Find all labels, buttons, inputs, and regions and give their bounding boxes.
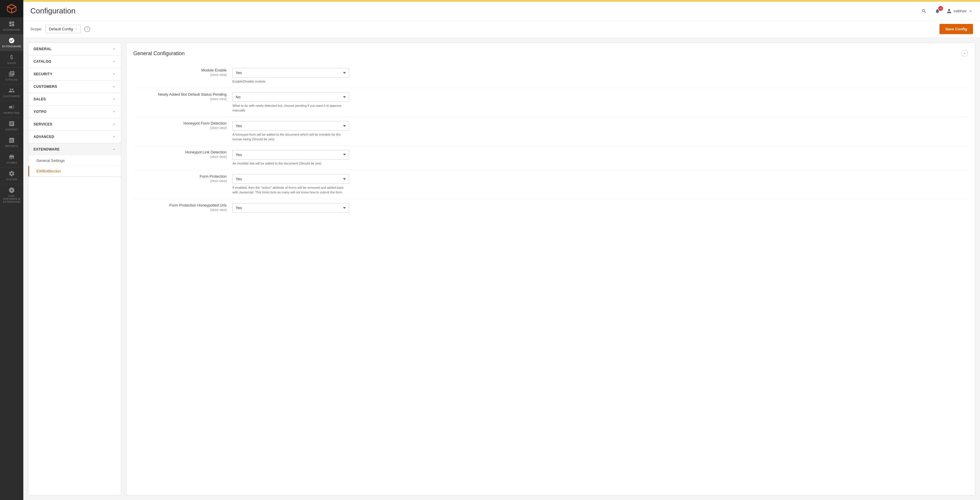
chevron-down-icon [112,85,116,88]
marketing-icon [8,104,15,110]
config-row-module-enable: Module Enable[store view]YesNoEnable/Dis… [133,64,968,88]
sidebar-item-find-partners[interactable]: FIND PARTNERS & EXTENSIONS [0,184,23,206]
sidebar-item-catalog[interactable]: CATALOG [0,67,23,84]
sidebar-item-content[interactable]: CONTENT [0,117,23,134]
reports-icon [8,137,15,143]
panel-section-security: SECURITY [28,68,121,81]
config-label-module-enable: Module Enable [133,68,227,72]
catalog-icon [8,71,15,77]
panel-section-general-header[interactable]: GENERAL [28,43,121,55]
panel-section-advanced-header[interactable]: ADVANCED [28,131,121,143]
logo[interactable] [0,0,23,18]
config-select-honeypot-link[interactable]: YesNo [232,150,349,159]
sidebar-item-label: SALES [7,62,16,64]
scope-select[interactable]: Default Config [46,25,81,33]
config-description-honeypot-link: An invisible link will be added to the d… [232,161,349,166]
sidebar: DASHBOARD EXTENDWARE SALES CATALOG CUSTO… [0,0,23,500]
panel-section-advanced: ADVANCED [28,131,121,143]
collapse-button[interactable] [961,50,968,57]
panel-section-security-header[interactable]: SECURITY [28,68,121,80]
sidebar-item-sales[interactable]: SALES [0,51,23,67]
dashboard-icon [8,21,15,27]
panel-section-services: SERVICES [28,118,121,131]
sidebar-item-customers[interactable]: CUSTOMERS [0,84,23,100]
save-config-button[interactable]: Save Config [939,24,973,34]
content-icon [8,121,15,127]
help-icon[interactable]: ? [84,26,90,32]
sidebar-item-reports[interactable]: REPORTS [0,134,23,151]
sidebar-item-label: SYSTEM [6,178,17,181]
search-button[interactable] [920,7,928,16]
chevron-up-icon [963,52,966,55]
sidebar-item-label: FIND PARTNERS & EXTENSIONS [2,194,22,203]
sidebar-item-label: MARKETING [3,111,19,115]
panel-section-customers-header[interactable]: CUSTOMERS [28,81,121,93]
config-description-newly-added-bot: What to do with newly detected bot, choo… [232,104,349,113]
sidebar-item-marketing[interactable]: MARKETING [0,100,23,117]
sub-item-general-settings[interactable]: General Settings [28,156,121,166]
config-label-honeypot-form: Honeypot Form Detection [133,121,227,126]
config-hint-form-protection-honeypotted: [store view] [133,208,227,212]
sidebar-item-system[interactable]: SYSTEM [0,167,23,184]
scope-label: Scope: [30,27,42,31]
sidebar-item-label: CONTENT [5,128,18,131]
notification-count: 40 [938,6,943,11]
chevron-up-icon [112,148,116,151]
header: Configuration 40 vaibhav [23,2,980,21]
panel-section-extendware: EXTENDWARE General Settings EWBotBlocker [28,143,121,177]
sidebar-item-label: CATALOG [6,78,18,81]
panel-section-catalog-header[interactable]: CATALOG [28,56,121,68]
config-hint-honeypot-form: [store view] [133,126,227,129]
stores-icon [8,154,15,160]
config-description-module-enable: Enable/Disable module [232,80,349,84]
user-menu[interactable]: vaibhav [947,8,973,14]
panel-section-yotpo-label: YOTPO [33,110,47,114]
config-row-newly-added-bot: Newly Added Bot Default Status Pending[s… [133,88,968,117]
sidebar-item-label: REPORTS [5,145,18,148]
sidebar-item-extendware[interactable]: EXTENDWARE [0,34,23,51]
config-hint-form-protection: [store view] [133,179,227,183]
search-icon [921,8,927,14]
chevron-down-icon [75,28,78,30]
panel-section-sales-header[interactable]: SALES [28,93,121,105]
config-select-form-protection-honeypotted[interactable]: YesNo [232,203,349,213]
panel-section-services-header[interactable]: SERVICES [28,118,121,131]
section-title-bar: General Configuration [133,50,968,57]
header-actions: 40 vaibhav [920,7,973,16]
config-select-form-protection[interactable]: YesNo [232,174,349,184]
section-title-text: General Configuration [133,51,185,57]
sidebar-item-label: EXTENDWARE [2,45,21,48]
chevron-down-icon [112,47,116,51]
panel-section-services-label: SERVICES [33,122,52,126]
notification-button[interactable]: 40 [933,7,942,16]
chevron-down-icon [112,135,116,139]
extendware-icon [8,37,15,44]
config-select-honeypot-form[interactable]: YesNo [232,121,349,131]
main-content: Configuration 40 vaibhav Scope: Default … [23,0,980,500]
user-icon [947,8,952,14]
scope-value: Default Config [49,27,73,31]
sub-item-ewbotblocker[interactable]: EWBotBlocker [28,166,121,177]
config-description-form-protection: If enabled, then the "action" attribute … [232,186,349,194]
config-hint-module-enable: [store view] [133,73,227,76]
config-row-honeypot-link: Honeypot Link Detection[store view]YesNo… [133,146,968,170]
sidebar-item-label: DASHBOARD [3,28,20,31]
panel-section-security-label: SECURITY [33,72,52,76]
panel-section-extendware-label: EXTENDWARE [33,147,60,151]
sidebar-item-label: STORES [6,161,17,164]
config-label-form-protection: Form Protection [133,174,227,178]
panel-section-yotpo-header[interactable]: YOTPO [28,106,121,118]
config-label-newly-added-bot: Newly Added Bot Default Status Pending [133,92,227,97]
extendware-sub-items: General Settings EWBotBlocker [28,156,121,177]
scope-left: Scope: Default Config ? [30,25,90,33]
config-label-form-protection-honeypotted: Form Protection Honeypotted Urls [133,203,227,207]
config-hint-newly-added-bot: [store view] [133,97,227,100]
sidebar-item-dashboard[interactable]: DASHBOARD [0,18,23,34]
page-title: Configuration [30,6,76,16]
config-select-newly-added-bot[interactable]: YesNo [232,92,349,102]
right-panel: General Configuration Module Enable[stor… [126,43,975,495]
config-select-module-enable[interactable]: YesNo [232,68,349,78]
sidebar-item-stores[interactable]: STORES [0,151,23,167]
panel-section-extendware-header[interactable]: EXTENDWARE [28,143,121,156]
config-rows-container: Module Enable[store view]YesNoEnable/Dis… [133,64,968,217]
